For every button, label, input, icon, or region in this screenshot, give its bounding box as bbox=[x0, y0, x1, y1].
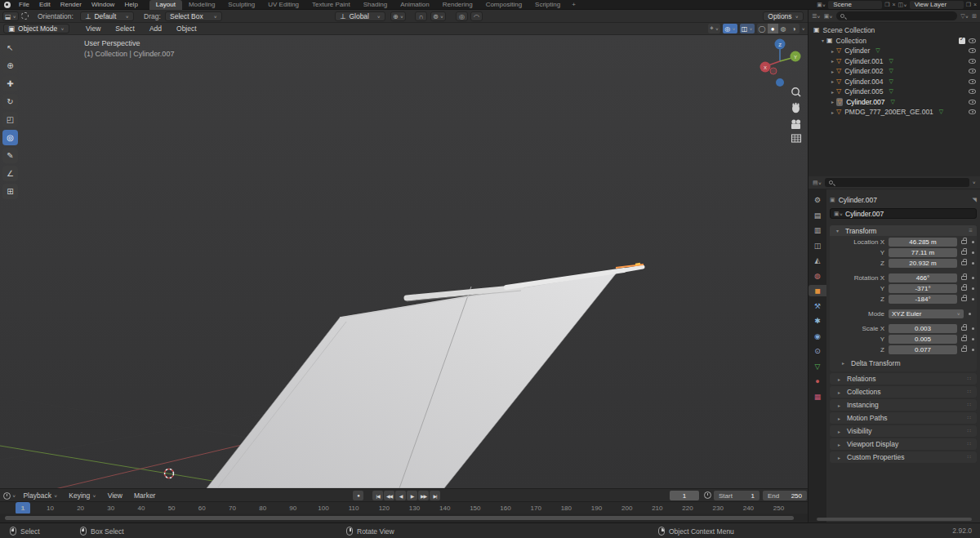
tool-measure[interactable]: ∠ bbox=[2, 166, 18, 181]
lock-icon[interactable] bbox=[961, 297, 967, 301]
transform-panel-header[interactable]: ▾ Transform ≡ bbox=[830, 225, 977, 236]
object-name-field[interactable]: ▣∨ Cylinder.007 bbox=[830, 208, 977, 219]
new-collection-icon[interactable]: ⊞ bbox=[972, 11, 977, 21]
properties-tab-world[interactable]: ◍ bbox=[808, 270, 826, 282]
properties-editor-icon[interactable]: ▤∨ bbox=[813, 178, 822, 188]
viewport-menu-add[interactable]: Add bbox=[142, 23, 169, 35]
expand-icon[interactable]: ▸ bbox=[829, 99, 836, 104]
panel-viewport-display[interactable]: ▸Viewport Display∷ bbox=[830, 438, 977, 450]
visibility-eye-icon[interactable] bbox=[969, 89, 976, 94]
expand-icon[interactable]: ▸ bbox=[829, 58, 836, 64]
value-field[interactable]: 0.005 bbox=[889, 335, 957, 344]
lock-icon[interactable] bbox=[961, 348, 967, 352]
properties-tab-tool[interactable]: ⚙ bbox=[808, 194, 826, 206]
outliner-row-cylinder-007[interactable]: ▸▽Cylinder.007▽ bbox=[808, 97, 980, 108]
lock-icon[interactable] bbox=[961, 276, 967, 280]
xray-toggle-icon[interactable]: ◫∨ bbox=[740, 24, 755, 33]
lock-icon[interactable] bbox=[961, 287, 967, 291]
rotation-mode-dropdown[interactable]: XYZ Euler∨ bbox=[889, 309, 964, 318]
scene-name-field[interactable]: Scene bbox=[828, 1, 882, 9]
jump-to-start-button[interactable]: |◀ bbox=[372, 491, 383, 500]
view-layer-field[interactable]: View Layer bbox=[910, 1, 964, 9]
delete-view-layer-icon[interactable]: × bbox=[973, 0, 977, 10]
lock-icon[interactable] bbox=[961, 337, 967, 341]
navigation-gizmo[interactable]: Z X Y bbox=[754, 37, 806, 87]
workspace-tab-modeling[interactable]: Modeling bbox=[182, 0, 221, 10]
viewport-menu-select[interactable]: Select bbox=[108, 23, 142, 35]
mode-dropdown[interactable]: ▣ Object Mode∨ bbox=[3, 24, 69, 33]
viewport-menu-view[interactable]: View bbox=[78, 23, 108, 35]
properties-tab-modifiers[interactable]: ⚒ bbox=[808, 300, 826, 312]
properties-tab-material[interactable]: ● bbox=[808, 376, 826, 387]
viewport-menu-object[interactable]: Object bbox=[169, 23, 204, 35]
collection-checkbox[interactable] bbox=[959, 38, 965, 44]
value-field[interactable]: 466° bbox=[889, 273, 957, 282]
timeline-menu-playback[interactable]: Playback∨ bbox=[17, 491, 63, 500]
workspace-tab-rendering[interactable]: Rendering bbox=[436, 0, 479, 10]
lock-icon[interactable] bbox=[961, 251, 967, 255]
show-overlays-icon[interactable]: ◎∨ bbox=[723, 24, 737, 33]
workspace-tab-sculpting[interactable]: Sculpting bbox=[221, 0, 261, 10]
outliner-display-mode-icon[interactable]: ▣∨ bbox=[824, 11, 833, 21]
visibility-eye-icon[interactable] bbox=[969, 59, 976, 64]
delta-transform-panel[interactable]: ▸Delta Transform bbox=[830, 358, 977, 368]
expand-icon[interactable]: ▸ bbox=[829, 109, 836, 115]
animate-dot-icon[interactable] bbox=[972, 251, 974, 254]
outliner-filter-icon[interactable]: ▽∨ bbox=[960, 11, 969, 21]
workspace-tab-compositing[interactable]: Compositing bbox=[479, 0, 528, 10]
visibility-eye-icon[interactable] bbox=[969, 109, 976, 114]
tool-add-cube[interactable]: ⊞ bbox=[2, 184, 18, 199]
next-keyframe-button[interactable]: ▶▶ bbox=[418, 491, 429, 500]
show-gizmos-icon[interactable]: ⌖∨ bbox=[708, 24, 720, 33]
lock-icon[interactable] bbox=[961, 261, 967, 265]
panel-motion-paths[interactable]: ▸Motion Paths∷ bbox=[830, 412, 977, 424]
timeline-menu-marker[interactable]: Marker bbox=[128, 491, 161, 500]
value-field[interactable]: 0.003 bbox=[889, 324, 957, 333]
timeline-editor-icon[interactable] bbox=[3, 492, 11, 500]
outliner-row-collection[interactable]: ▾▣Collection bbox=[808, 36, 980, 47]
properties-tab-texture[interactable]: ▦ bbox=[808, 391, 826, 402]
tool-annotate[interactable]: ✎ bbox=[2, 148, 18, 163]
drag-dropdown[interactable]: Select Box∨ bbox=[165, 11, 222, 21]
properties-search-input[interactable] bbox=[825, 178, 969, 187]
visibility-eye-icon[interactable] bbox=[969, 69, 976, 73]
animate-dot-icon[interactable] bbox=[972, 287, 974, 290]
menu-render[interactable]: Render bbox=[56, 0, 87, 10]
tool-scale[interactable]: ◰ bbox=[2, 112, 18, 127]
value-field[interactable]: 46.285 m bbox=[889, 238, 957, 247]
add-workspace-button[interactable]: + bbox=[567, 1, 581, 8]
view-layer-icon[interactable]: ◫∨ bbox=[898, 0, 907, 10]
auto-key-button[interactable]: ● bbox=[353, 491, 363, 500]
expand-icon[interactable]: ▸ bbox=[829, 69, 836, 74]
transform-orientation-dropdown[interactable]: ⊥ Global∨ bbox=[335, 11, 385, 21]
menu-edit[interactable]: Edit bbox=[34, 0, 56, 10]
frame-end-field[interactable]: End250 bbox=[763, 491, 807, 500]
workspace-tab-scripting[interactable]: Scripting bbox=[528, 0, 567, 10]
options-dropdown[interactable]: Options∨ bbox=[763, 11, 804, 21]
panel-custom-properties[interactable]: ▸Custom Properties∷ bbox=[830, 451, 977, 463]
properties-scrollbar[interactable] bbox=[817, 518, 972, 521]
outliner-search-input[interactable] bbox=[836, 11, 958, 20]
properties-tab-constraints[interactable]: ⊙ bbox=[808, 345, 826, 357]
animate-dot-icon[interactable] bbox=[972, 262, 974, 265]
expand-icon[interactable]: ▸ bbox=[829, 78, 836, 84]
tool-transform[interactable]: ◎ bbox=[2, 130, 18, 145]
properties-tab-object-data[interactable]: ▽ bbox=[808, 361, 826, 372]
animate-dot-icon[interactable] bbox=[972, 327, 974, 330]
copy-scene-icon[interactable]: ❐ bbox=[884, 0, 889, 10]
properties-tab-view-layer[interactable]: ◫ bbox=[808, 240, 826, 251]
panel-instancing[interactable]: ▸Instancing∷ bbox=[830, 399, 977, 411]
shading-material-icon[interactable]: ◍ bbox=[778, 24, 789, 33]
value-field[interactable]: -184° bbox=[889, 295, 957, 304]
visibility-eye-icon[interactable] bbox=[969, 38, 976, 43]
editor-type-icon[interactable]: ⬓∨ bbox=[2, 11, 19, 21]
expand-icon[interactable]: ▸ bbox=[829, 89, 836, 95]
snap-magnet-icon[interactable]: ∩ bbox=[415, 11, 427, 21]
panel-relations[interactable]: ▸Relations∷ bbox=[830, 373, 977, 385]
properties-tab-scene[interactable]: ◭ bbox=[808, 255, 826, 266]
ortho-toggle-icon[interactable] bbox=[792, 135, 801, 142]
outliner-row-cylinder[interactable]: ▸▽Cylinder▽ bbox=[808, 46, 980, 56]
jump-to-end-button[interactable]: ▶| bbox=[430, 491, 440, 500]
timeline-menu-keying[interactable]: Keying∨ bbox=[63, 491, 101, 500]
timeline-ruler[interactable]: 1 11020304050607080901001101201301401501… bbox=[0, 501, 808, 514]
